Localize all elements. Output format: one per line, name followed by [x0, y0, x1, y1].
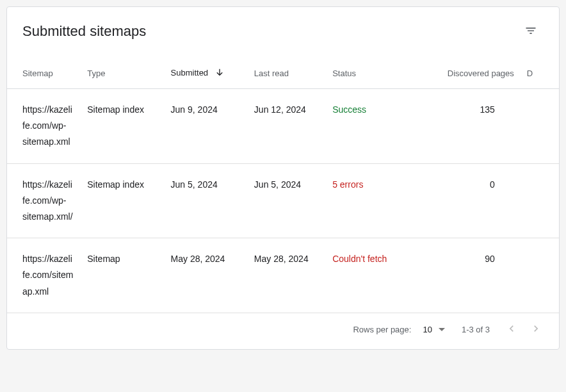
rows-per-page-label: Rows per page:	[353, 325, 411, 334]
cell-discovered: 0	[419, 163, 520, 238]
cell-submitted: Jun 5, 2024	[165, 163, 248, 238]
col-header-type[interactable]: Type	[81, 52, 164, 89]
col-header-status[interactable]: Status	[326, 52, 419, 89]
cell-extra	[521, 89, 559, 164]
table-body: https://kazelife.com/wp-sitemap.xmlSitem…	[7, 89, 559, 313]
cell-type: Sitemap	[81, 238, 164, 313]
table-row[interactable]: https://kazelife.com/sitemap.xmlSitemapM…	[7, 238, 559, 313]
col-header-discovered[interactable]: Discovered pages	[419, 52, 520, 89]
status-text: Couldn't fetch	[332, 254, 387, 264]
col-header-submitted-label: Submitted	[171, 68, 209, 78]
col-header-extra[interactable]: D	[521, 52, 559, 89]
sitemaps-card: Submitted sitemaps Sitemap Type Submitte…	[6, 6, 560, 350]
card-header: Submitted sitemaps	[7, 7, 559, 52]
page-range: 1-3 of 3	[462, 325, 490, 334]
prev-page-button[interactable]	[501, 320, 522, 340]
chevron-right-icon	[530, 322, 542, 337]
cell-discovered: 90	[419, 238, 520, 313]
filter-icon	[524, 24, 537, 39]
status-text: 5 errors	[332, 179, 363, 190]
cell-sitemap: https://kazelife.com/wp-sitemap.xml/	[7, 163, 81, 238]
card-title: Submitted sitemaps	[22, 23, 146, 40]
status-text: Success	[332, 104, 366, 115]
cell-type: Sitemap index	[81, 89, 164, 164]
cell-status: Couldn't fetch	[326, 238, 419, 313]
pagination: Rows per page: 10 1-3 of 3	[7, 313, 559, 349]
dropdown-icon	[439, 328, 445, 331]
next-page-button[interactable]	[526, 320, 546, 340]
cell-sitemap: https://kazelife.com/wp-sitemap.xml	[7, 89, 81, 164]
cell-sitemap: https://kazelife.com/sitemap.xml	[7, 238, 81, 313]
page-size-select[interactable]: 10	[420, 322, 447, 337]
col-header-submitted[interactable]: Submitted	[165, 52, 248, 89]
table-row[interactable]: https://kazelife.com/wp-sitemap.xml/Site…	[7, 163, 559, 238]
cell-lastread: Jun 5, 2024	[248, 163, 326, 238]
chevron-left-icon	[505, 322, 518, 337]
cell-submitted: Jun 9, 2024	[165, 89, 248, 164]
cell-submitted: May 28, 2024	[165, 238, 248, 313]
cell-lastread: Jun 12, 2024	[248, 89, 326, 164]
col-header-lastread[interactable]: Last read	[248, 52, 326, 89]
sort-desc-icon	[214, 67, 225, 79]
cell-discovered: 135	[419, 89, 520, 164]
cell-extra	[521, 163, 559, 238]
cell-lastread: May 28, 2024	[248, 238, 326, 313]
cell-extra	[521, 238, 559, 313]
col-header-sitemap[interactable]: Sitemap	[7, 52, 81, 89]
filter-button[interactable]	[518, 19, 544, 44]
cell-type: Sitemap index	[81, 163, 164, 238]
cell-status: 5 errors	[326, 163, 419, 238]
page-size-value: 10	[423, 325, 432, 334]
cell-status: Success	[326, 89, 419, 164]
sitemaps-table: Sitemap Type Submitted Last read Status …	[7, 52, 559, 313]
table-row[interactable]: https://kazelife.com/wp-sitemap.xmlSitem…	[7, 89, 559, 164]
